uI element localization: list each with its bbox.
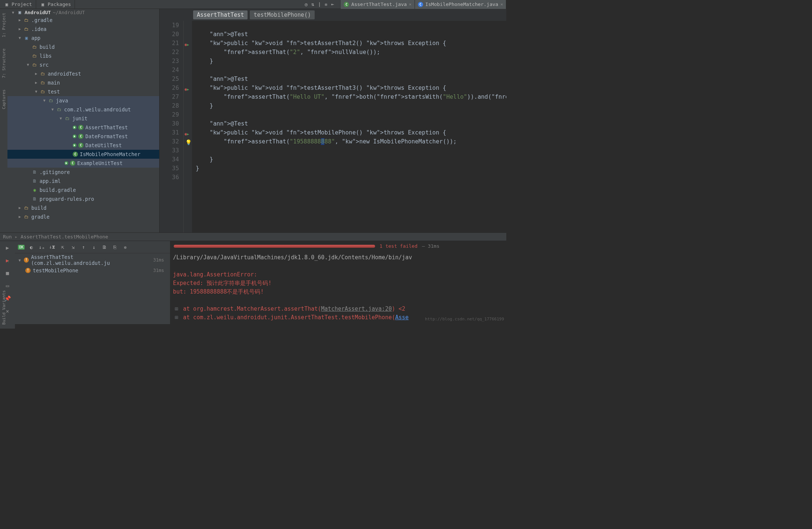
tree-item[interactable]: 🗀libs	[7, 51, 159, 60]
twisty-icon[interactable]: ▶	[18, 213, 22, 221]
run-gutter-icon[interactable]	[73, 134, 76, 138]
close-icon[interactable]: ✕	[500, 2, 503, 7]
tool-tab-project[interactable]: ▣ Project	[0, 0, 36, 9]
twisty-icon[interactable]: ▼	[51, 105, 54, 114]
tree-item[interactable]: CDateFormatTest	[7, 132, 159, 141]
twisty-icon[interactable]: ▶	[18, 25, 22, 33]
rerun-failed-button[interactable]: ▶!	[4, 257, 11, 264]
tool-tab-packages[interactable]: ▣ Packages	[36, 0, 75, 9]
rail-project[interactable]: 1: Project	[1, 13, 6, 37]
tree-item[interactable]: ▼🗀java	[7, 96, 159, 105]
run-gutter-icon[interactable]	[73, 143, 76, 147]
twisty-icon[interactable]: ▼	[26, 61, 30, 69]
tree-item[interactable]: 🗎.gitignore	[7, 168, 159, 177]
target-icon[interactable]: ◎	[305, 1, 308, 7]
console-output[interactable]: /Library/Java/JavaVirtualMachines/jdk1.8…	[170, 251, 506, 324]
java-class-icon: C	[78, 125, 84, 130]
tree-item[interactable]: ▶🗀main	[7, 78, 159, 87]
package-icon: 🗀	[48, 98, 54, 104]
tree-item[interactable]: ▶🗀gradle	[7, 212, 159, 221]
stack-link[interactable]: MatcherAssert.java:20	[321, 305, 392, 312]
tree-item[interactable]: CIsMobilePhoneMatcher	[7, 150, 159, 159]
tree-item[interactable]: ▶🗀androidTest	[7, 69, 159, 78]
twisty-icon[interactable]: ▼	[34, 88, 38, 96]
filter-icon[interactable]: ◐	[28, 243, 35, 251]
sort-icon[interactable]: ⇅	[311, 1, 314, 7]
up-icon[interactable]: ↑	[80, 243, 87, 251]
twisty-icon[interactable]: ▼	[11, 10, 15, 15]
close-icon[interactable]: ✕	[409, 2, 412, 7]
test-status: 1 test failed	[380, 243, 418, 249]
twisty-icon[interactable]: ▼	[18, 258, 22, 262]
ok-filter-button[interactable]: OK	[18, 245, 25, 250]
tree-item[interactable]: ▶🗀.gradle	[7, 16, 159, 25]
tree-item[interactable]: ▼🗀junit	[7, 114, 159, 123]
tree-item[interactable]: ▼🗀test	[7, 87, 159, 96]
fold-icon[interactable]: ⊞	[173, 313, 180, 322]
layout-button[interactable]: ▭	[4, 282, 11, 289]
tree-item[interactable]: ▼▣app	[7, 34, 159, 42]
tree-item[interactable]: 🗀build	[7, 42, 159, 51]
twisty-icon[interactable]: ▶	[34, 79, 38, 87]
run-test-icon[interactable]: ◉▶	[185, 85, 189, 94]
java-icon: C	[418, 2, 423, 7]
package-icon: 🗀	[64, 115, 70, 121]
tool-tab-label: Project	[12, 1, 32, 7]
sort-alpha-icon[interactable]: ↓ₐ	[38, 243, 45, 251]
project-tree[interactable]: ▶🗀.gradle▶🗀.idea▼▣app🗀build🗀libs▼🗀src▶🗀a…	[7, 16, 159, 221]
tree-item[interactable]: ▶🗀.idea	[7, 25, 159, 34]
breadcrumb[interactable]: AssertThatTest	[193, 10, 248, 19]
gear-icon[interactable]: ✲	[325, 1, 328, 7]
tree-item[interactable]: 🗎app.iml	[7, 177, 159, 186]
tree-item[interactable]: CExampleUnitTest	[7, 159, 159, 168]
tree-item[interactable]: 🗎proguard-rules.pro	[7, 194, 159, 203]
test-result-row[interactable]: !testMobilePhone31ms	[15, 267, 170, 274]
tree-item[interactable]: CAssertThatTest	[7, 123, 159, 132]
twisty-icon[interactable]: ▼	[59, 114, 63, 123]
editor-area: AssertThatTest testMobilePhone() 1920212…	[160, 9, 506, 232]
tree-label: build	[31, 204, 47, 212]
run-test-icon[interactable]: ◉▶	[185, 130, 189, 139]
editor-tab[interactable]: C AssertThatTest.java ✕	[341, 0, 415, 9]
import-icon[interactable]: ⎘	[111, 243, 119, 251]
tab-label: AssertThatTest.java	[351, 1, 407, 7]
settings-icon[interactable]: ✲	[122, 243, 129, 251]
test-results-tree: OK ◐ ↓ₐ ↓⧗ ⇱ ⇲ ↑ ↓ 🗎 ⎘ ✲ ▼!AssertThatTes…	[15, 241, 170, 324]
code-content[interactable]: "ann">@Test "kw">public "kw">void "fn">t…	[192, 21, 506, 232]
tree-item[interactable]: CDateUtilTest	[7, 141, 159, 150]
intention-bulb-icon[interactable]: 💡	[185, 138, 192, 147]
tree-item[interactable]: ▶🗀build	[7, 203, 159, 212]
fold-icon[interactable]: ⊞	[173, 305, 180, 313]
rail-structure[interactable]: 7: Structure	[1, 48, 6, 78]
tree-label: libs	[40, 52, 52, 60]
collapse-icon[interactable]: ⇤	[331, 1, 334, 7]
run-gutter-icon[interactable]	[73, 126, 76, 129]
sort-duration-icon[interactable]: ↓⧗	[48, 243, 56, 251]
java-class-icon: C	[78, 134, 84, 139]
twisty-icon[interactable]: ▶	[18, 204, 22, 212]
tree-item[interactable]: ▼🗀com.zl.weilu.androidut	[7, 105, 159, 114]
warning-icon: !	[24, 257, 29, 263]
twisty-icon[interactable]: ▶	[34, 70, 38, 78]
twisty-icon[interactable]: ▶	[18, 16, 22, 24]
twisty-icon[interactable]: ▼	[43, 96, 46, 105]
export-icon[interactable]: 🗎	[101, 243, 108, 251]
tree-item[interactable]: ◉build.gradle	[7, 186, 159, 194]
folder-icon: 🗀	[40, 89, 46, 95]
stack-link[interactable]: Asse	[395, 314, 409, 321]
twisty-icon[interactable]: ▼	[18, 34, 22, 42]
rail-captures[interactable]: Captures	[1, 89, 6, 109]
code-editor[interactable]: 192021222324252627282930313233343536 ◉▶◉…	[160, 21, 506, 232]
rail-build-variants[interactable]: Build Variants	[0, 289, 8, 326]
editor-tab[interactable]: C IsMobilePhoneMatcher.java ✕	[415, 0, 506, 9]
expand-icon[interactable]: ⇲	[69, 243, 77, 251]
run-gutter-icon[interactable]	[64, 161, 68, 165]
rerun-button[interactable]: ▶	[4, 244, 11, 251]
test-result-row[interactable]: ▼!AssertThatTest (com.zl.weilu.androidut…	[15, 253, 170, 267]
collapse-icon[interactable]: ⇱	[59, 243, 66, 251]
down-icon[interactable]: ↓	[90, 243, 98, 251]
breadcrumb[interactable]: testMobilePhone()	[250, 10, 315, 19]
run-test-icon[interactable]: ◉▶	[185, 40, 189, 49]
stop-button[interactable]: ■	[4, 269, 11, 277]
tree-item[interactable]: ▼🗀src	[7, 60, 159, 69]
